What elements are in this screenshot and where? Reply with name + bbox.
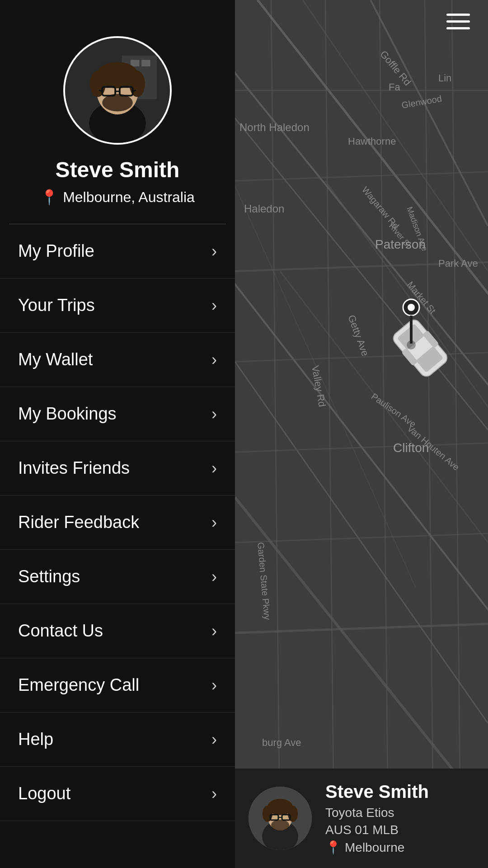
hamburger-line-3 [446, 27, 470, 29]
chevron-icon-help: › [211, 730, 217, 749]
menu-label-rider-feedback: Rider Feedback [18, 513, 139, 532]
chevron-icon-emergency-call: › [211, 676, 217, 695]
driver-avatar [249, 787, 312, 850]
svg-text:burg Ave: burg Ave [262, 737, 301, 748]
location-icon: 📍 [40, 189, 58, 206]
chevron-icon-contact-us: › [211, 622, 217, 641]
svg-text:Hawthorne: Hawthorne [348, 136, 396, 147]
menu-item-my-bookings[interactable]: My Bookings› [0, 387, 235, 441]
svg-text:Fa: Fa [389, 81, 400, 93]
menu-item-settings[interactable]: Settings› [0, 550, 235, 604]
driver-car: Toyota Etios [325, 806, 474, 820]
menu-label-your-trips: Your Trips [18, 296, 95, 315]
chevron-icon-my-bookings: › [211, 405, 217, 424]
chevron-icon-your-trips: › [211, 296, 217, 315]
svg-rect-55 [131, 60, 139, 66]
driver-card: Steve Smith Toyota Etios AUS 01 MLB 📍 Me… [235, 769, 488, 868]
driver-info: Steve Smith Toyota Etios AUS 01 MLB 📍 Me… [325, 782, 474, 855]
menu-item-contact-us[interactable]: Contact Us› [0, 604, 235, 658]
menu-item-invites-friends[interactable]: Invites Friends› [0, 441, 235, 495]
menu-label-my-bookings: My Bookings [18, 404, 117, 424]
chevron-icon-settings: › [211, 567, 217, 586]
menu-item-rider-feedback[interactable]: Rider Feedback› [0, 495, 235, 550]
svg-point-61 [90, 71, 106, 97]
driver-name: Steve Smith [325, 782, 474, 802]
svg-text:Lin: Lin [438, 72, 451, 84]
svg-point-75 [271, 820, 289, 830]
menu-list: My Profile›Your Trips›My Wallet›My Booki… [0, 224, 235, 868]
chevron-icon-my-profile: › [211, 242, 217, 261]
svg-point-62 [129, 71, 145, 97]
driver-location-icon: 📍 [325, 840, 341, 855]
hamburger-line-1 [446, 14, 470, 16]
menu-item-emergency-call[interactable]: Emergency Call› [0, 658, 235, 712]
menu-label-my-wallet: My Wallet [18, 350, 93, 369]
menu-label-contact-us: Contact Us [18, 621, 103, 641]
svg-line-67 [99, 90, 102, 91]
driver-plate: AUS 01 MLB [325, 823, 474, 837]
hamburger-menu[interactable] [446, 14, 470, 29]
menu-label-logout: Logout [18, 784, 70, 803]
menu-label-invites-friends: Invites Friends [18, 458, 130, 478]
sidebar: Steve Smith 📍 Melbourne, Australia My Pr… [0, 0, 235, 868]
menu-label-my-profile: My Profile [18, 241, 94, 261]
profile-section: Steve Smith 📍 Melbourne, Australia [0, 0, 235, 224]
svg-line-68 [133, 90, 136, 91]
svg-text:Haledon: Haledon [244, 203, 284, 215]
svg-point-52 [407, 340, 416, 349]
menu-item-help[interactable]: Help› [0, 712, 235, 767]
chevron-icon-my-wallet: › [211, 350, 217, 369]
chevron-icon-logout: › [211, 784, 217, 803]
svg-text:Paterson: Paterson [375, 237, 426, 251]
hamburger-line-2 [446, 20, 470, 23]
menu-label-help: Help [18, 730, 53, 749]
map-background: Goffle Rd North Haledon Hawthorne Wagara… [235, 0, 488, 868]
user-location: 📍 Melbourne, Australia [40, 189, 195, 206]
menu-label-settings: Settings [18, 567, 80, 586]
menu-item-logout[interactable]: Logout› [0, 767, 235, 821]
svg-rect-56 [141, 60, 150, 66]
chevron-icon-invites-friends: › [211, 459, 217, 478]
svg-text:North Haledon: North Haledon [239, 121, 310, 133]
menu-item-your-trips[interactable]: Your Trips› [0, 278, 235, 333]
avatar [63, 36, 172, 145]
svg-point-50 [408, 304, 415, 311]
chevron-icon-rider-feedback: › [211, 513, 217, 532]
svg-text:Park Ave: Park Ave [438, 258, 478, 269]
user-name: Steve Smith [56, 157, 180, 182]
menu-label-emergency-call: Emergency Call [18, 675, 139, 695]
menu-item-my-wallet[interactable]: My Wallet› [0, 333, 235, 387]
user-location-text: Melbourne, Australia [63, 189, 195, 206]
driver-location-row: 📍 Melbourne [325, 840, 474, 855]
menu-item-my-profile[interactable]: My Profile› [0, 224, 235, 278]
